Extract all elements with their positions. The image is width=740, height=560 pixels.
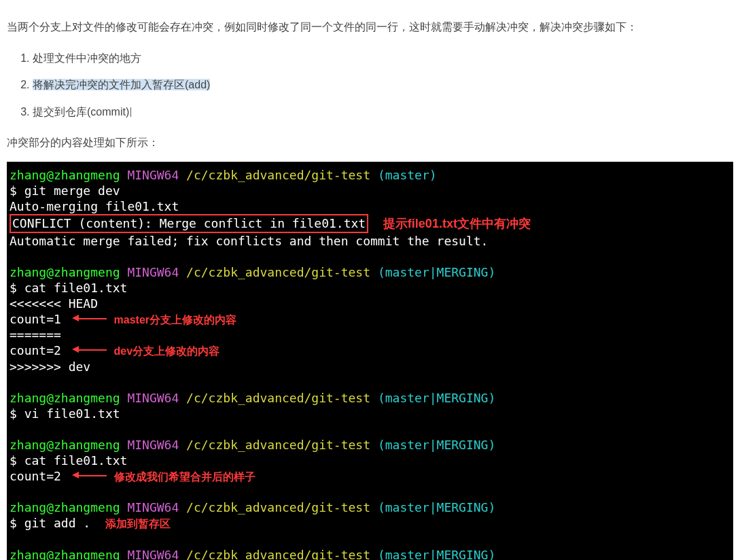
cmd-merge: $ git merge dev <box>10 183 730 198</box>
subintro-paragraph: 冲突部分的内容处理如下所示： <box>7 133 733 153</box>
step-2-text: 将解决完冲突的文件加入暂存区(add) <box>33 79 210 90</box>
blank <box>10 484 730 500</box>
blank <box>10 374 730 390</box>
cmd-vi: $ vi file01.txt <box>10 406 730 421</box>
prompt-line: zhang@zhangmeng MINGW64 /c/czbk_advanced… <box>10 500 730 515</box>
out-conflict-line: CONFLICT (content): Merge conflict in fi… <box>10 214 730 232</box>
cmd-cat2: $ cat file01.txt <box>10 453 730 468</box>
step-3: 提交到仓库(commit) <box>33 103 733 121</box>
conflict-devmark: >>>>>>> dev <box>10 359 730 374</box>
prompt-line: zhang@zhangmeng MINGW64 /c/czbk_advanced… <box>10 437 730 453</box>
prompt-host: MINGW64 <box>127 168 179 182</box>
count2-line: count=2 dev分支上修改的内容 <box>10 343 730 358</box>
prompt-line: zhang@zhangmeng MINGW64 /c/czbk_advanced… <box>10 547 730 560</box>
count1-line: count=1 master分支上修改的内容 <box>10 311 730 327</box>
cmd-cat1: $ cat file01.txt <box>10 280 730 296</box>
blank <box>10 531 730 547</box>
intro-paragraph: 当两个分支上对文件的修改可能会存在冲突，例如同时修改了同一个文件的同一行，这时就… <box>7 18 733 37</box>
prompt-line: zhang@zhangmeng MINGW64 /c/czbk_advanced… <box>10 390 730 406</box>
step-3-text: 提交到仓库(commit) <box>33 106 131 118</box>
blank <box>10 421 730 437</box>
out-automerging: Auto-merging file01.txt <box>10 198 730 214</box>
conflict-sep: ======= <box>10 327 730 343</box>
add-note: 添加到暂存区 <box>105 518 171 529</box>
dev-note: dev分支上修改的内容 <box>114 345 220 357</box>
step-1: 处理文件中冲突的地方 <box>33 50 733 67</box>
terminal: zhang@zhangmeng MINGW64 /c/czbk_advanced… <box>7 162 733 560</box>
steps-list: 处理文件中冲突的地方 将解决完冲突的文件加入暂存区(add) 提交到仓库(com… <box>7 50 733 121</box>
master-note: master分支上修改的内容 <box>114 314 236 326</box>
conflict-head: <<<<<<< HEAD <box>10 296 730 311</box>
step-2: 将解决完冲突的文件加入暂存区(add) <box>33 76 733 94</box>
prompt-line: zhang@zhangmeng MINGW64 /c/czbk_advanced… <box>10 167 730 183</box>
prompt-branch: (master) <box>378 168 437 182</box>
count2b-line: count=2 修改成我们希望合并后的样子 <box>10 468 730 484</box>
arrow-icon <box>69 472 107 479</box>
prompt-user: zhang@zhangmeng <box>10 168 120 182</box>
conflict-hint: 提示file01.txt文件中有冲突 <box>383 217 531 230</box>
blank <box>10 249 730 264</box>
out-failed: Automatic merge failed; fix conflicts an… <box>10 233 730 249</box>
arrow-icon <box>69 315 107 322</box>
cmd-add-line: $ git add . 添加到暂存区 <box>10 515 730 531</box>
arrow-icon <box>69 347 107 353</box>
prompt-path: /c/czbk_advanced/git-test <box>186 168 370 182</box>
conflict-box: CONFLICT (content): Merge conflict in fi… <box>10 214 368 232</box>
after-note: 修改成我们希望合并后的样子 <box>114 471 256 483</box>
prompt-line: zhang@zhangmeng MINGW64 /c/czbk_advanced… <box>10 264 730 280</box>
